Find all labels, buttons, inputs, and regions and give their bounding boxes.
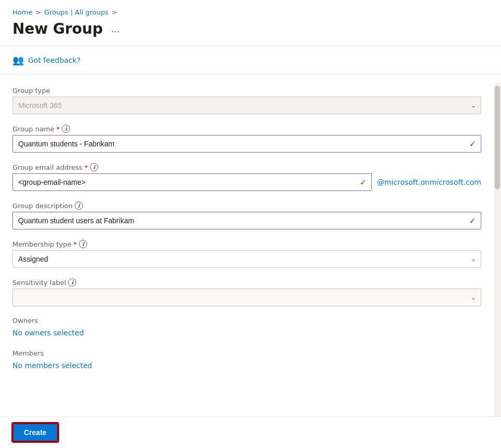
membership-type-select-wrapper: AssignedDynamic UserDynamic Device ⌄ [12,250,481,268]
group-type-group: Group type Microsoft 365SecurityMail-ena… [12,87,481,114]
membership-type-select[interactable]: AssignedDynamic UserDynamic Device [12,250,481,268]
ellipsis-button[interactable]: ... [108,22,123,36]
group-email-required-star: * [85,164,88,171]
group-type-label-text: Group type [12,87,50,94]
sensitivity-label-label-text: Sensitivity label [12,279,66,287]
group-name-info-icon[interactable]: i [62,125,70,133]
group-description-group: Group description i ✓ [12,201,481,229]
group-email-input-wrapper: ✓ [12,173,372,191]
scrollbar-thumb[interactable] [495,86,500,189]
sensitivity-label-select[interactable] [12,289,481,306]
group-description-input-wrapper: ✓ [12,212,481,229]
group-type-select[interactable]: Microsoft 365SecurityMail-enabled securi… [12,97,481,114]
email-suffix: @microsoft.onmicrosoft.com [377,178,481,186]
sensitivity-label-label: Sensitivity label i [12,278,481,287]
header-area: Home > Groups | All groups > New Group .… [0,0,501,46]
owners-label: Owners [12,317,481,324]
group-description-input[interactable] [12,212,481,229]
group-email-info-icon[interactable]: i [90,163,98,171]
sensitivity-label-group: Sensitivity label i ⌄ [12,278,481,306]
page-title: New Group [12,20,103,37]
membership-type-label-text: Membership type [12,240,72,248]
header-divider [0,46,501,46]
group-email-check-icon: ✓ [360,178,367,187]
feedback-link[interactable]: Got feedback? [28,56,80,64]
breadcrumb-sep1: > [35,8,41,16]
membership-type-info-icon[interactable]: i [79,240,87,248]
group-email-label-text: Group email address [12,164,83,171]
feedback-row: 👥 Got feedback? [0,55,501,74]
group-name-check-icon: ✓ [469,139,476,149]
members-group: Members No members selected [12,349,481,372]
breadcrumb-sep2: > [112,8,117,16]
group-name-required-star: * [57,125,60,133]
sensitivity-label-select-wrapper: ⌄ [12,289,481,306]
group-name-label: Group name * i [12,125,481,133]
group-name-label-text: Group name [12,125,55,133]
membership-type-label: Membership type * i [12,240,481,248]
scrollbar[interactable] [494,83,501,416]
create-button[interactable]: Create [12,423,58,442]
feedback-icon: 👥 [12,55,24,65]
footer-area: Create [0,416,501,448]
sensitivity-label-info-icon[interactable]: i [68,278,76,287]
form-panel: Group type Microsoft 365SecurityMail-ena… [0,83,494,416]
group-type-select-wrapper: Microsoft 365SecurityMail-enabled securi… [12,97,481,114]
group-description-label-text: Group description [12,202,73,210]
group-name-input[interactable] [12,135,481,153]
content-area: Group type Microsoft 365SecurityMail-ena… [0,83,501,416]
group-email-input[interactable] [12,173,372,191]
membership-type-group: Membership type * i AssignedDynamic User… [12,240,481,268]
group-name-group: Group name * i ✓ [12,125,481,153]
group-email-label: Group email address * i [12,163,481,171]
breadcrumb-home[interactable]: Home [12,8,32,16]
group-description-check-icon: ✓ [469,216,476,226]
breadcrumb: Home > Groups | All groups > [12,8,489,16]
members-label: Members [12,349,481,357]
group-email-group: Group email address * i ✓ @microsoft.onm… [12,163,481,191]
breadcrumb-groups[interactable]: Groups | All groups [44,8,109,16]
page-wrapper: Home > Groups | All groups > New Group .… [0,0,501,448]
group-description-info-icon[interactable]: i [75,201,83,210]
no-owners-link[interactable]: No owners selected [12,329,84,337]
group-type-label: Group type [12,87,481,94]
no-members-link[interactable]: No members selected [12,361,92,370]
group-description-label: Group description i [12,201,481,210]
page-title-row: New Group ... [12,20,489,37]
group-name-input-wrapper: ✓ [12,135,481,153]
owners-group: Owners No owners selected [12,317,481,339]
group-email-input-row: ✓ @microsoft.onmicrosoft.com [12,173,481,191]
membership-type-required-star: * [74,240,77,248]
feedback-divider [0,74,501,74]
